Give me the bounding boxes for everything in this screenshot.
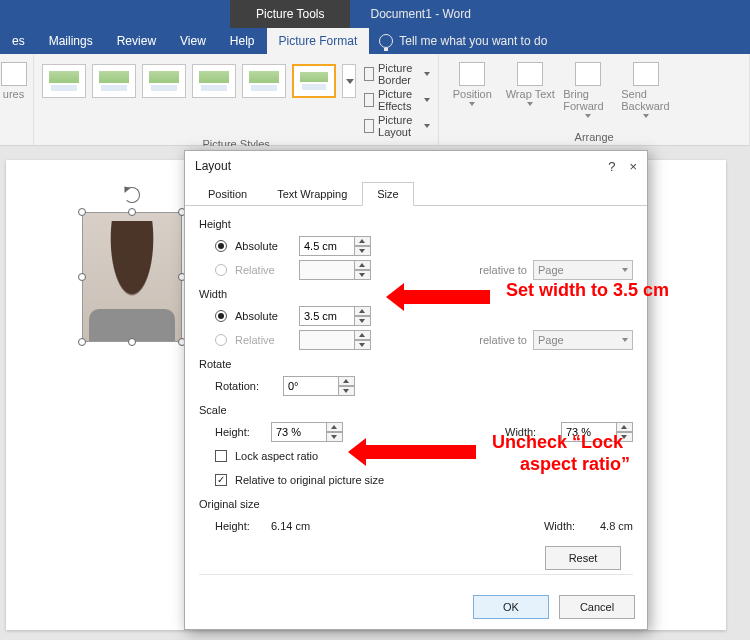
width-relative-spinner <box>299 330 371 350</box>
spin-down-icon[interactable] <box>339 386 355 396</box>
style-thumb-selected[interactable] <box>292 64 336 98</box>
scale-group-label: Scale <box>199 404 633 416</box>
group-label: Arrange <box>447 131 741 145</box>
tell-me-label: Tell me what you want to do <box>399 34 547 48</box>
tab-position[interactable]: Position <box>193 182 262 206</box>
gallery-more-button[interactable] <box>342 64 356 98</box>
height-relative-radio[interactable] <box>215 264 227 276</box>
width-relative-radio[interactable] <box>215 334 227 346</box>
ribbon-group-cut: ures <box>0 54 34 145</box>
picture-effects-menu[interactable]: Picture Effects <box>364 88 430 112</box>
dialog-title: Layout <box>195 159 231 173</box>
resize-handle[interactable] <box>78 208 86 216</box>
height-absolute-radio[interactable] <box>215 240 227 252</box>
spin-down-icon[interactable] <box>355 316 371 326</box>
send-backward-button[interactable]: Send Backward <box>621 62 671 118</box>
placeholder-icon <box>1 62 27 86</box>
spin-up-icon[interactable] <box>327 422 343 432</box>
width-absolute-radio[interactable] <box>215 310 227 322</box>
resize-handle[interactable] <box>128 338 136 346</box>
scale-height-spinner[interactable] <box>271 422 343 442</box>
contextual-title-bar: Picture Tools Document1 - Word <box>0 0 750 28</box>
ok-button[interactable]: OK <box>473 595 549 619</box>
rotate-handle-icon[interactable] <box>124 187 140 203</box>
spin-up-icon <box>355 330 371 340</box>
height-relative-to-combo[interactable]: Page <box>533 260 633 280</box>
width-absolute-spinner[interactable] <box>299 306 371 326</box>
lock-aspect-ratio-label: Lock aspect ratio <box>235 450 318 462</box>
reset-button[interactable]: Reset <box>545 546 621 570</box>
dialog-footer: OK Cancel <box>185 587 647 629</box>
scale-height-label: Height: <box>215 426 265 438</box>
tab-cut[interactable]: es <box>0 28 37 54</box>
scale-width-input[interactable] <box>561 422 617 442</box>
resize-handle[interactable] <box>78 273 86 281</box>
tab-size[interactable]: Size <box>362 182 413 206</box>
style-thumb[interactable] <box>42 64 86 98</box>
style-thumb[interactable] <box>192 64 236 98</box>
height-absolute-input[interactable] <box>299 236 355 256</box>
resize-handle[interactable] <box>128 208 136 216</box>
cancel-button[interactable]: Cancel <box>559 595 635 619</box>
tab-view[interactable]: View <box>168 28 218 54</box>
tab-help[interactable]: Help <box>218 28 267 54</box>
relative-original-checkbox[interactable] <box>215 474 227 486</box>
rotation-input[interactable] <box>283 376 339 396</box>
spin-up-icon[interactable] <box>617 422 633 432</box>
height-relative-spinner <box>299 260 371 280</box>
bring-forward-button[interactable]: Bring Forward <box>563 62 613 118</box>
ribbon: ures Picture Border Picture Effects Pict… <box>0 54 750 146</box>
spin-up-icon[interactable] <box>339 376 355 386</box>
relative-to-label: relative to <box>479 264 527 276</box>
ribbon-group-arrange: Position Wrap Text Bring Forward Send Ba… <box>439 54 750 145</box>
tell-me-search[interactable]: Tell me what you want to do <box>369 28 557 54</box>
picture-border-menu[interactable]: Picture Border <box>364 62 430 86</box>
spin-up-icon[interactable] <box>355 306 371 316</box>
picture-layout-menu[interactable]: Picture Layout <box>364 114 430 138</box>
layout-dialog: Layout ? × Position Text Wrapping Size H… <box>184 150 648 630</box>
position-icon <box>459 62 485 86</box>
close-button[interactable]: × <box>629 159 637 174</box>
orig-height-value: 6.14 cm <box>271 520 310 532</box>
width-absolute-input[interactable] <box>299 306 355 326</box>
help-button[interactable]: ? <box>608 159 615 174</box>
orig-width-value: 4.8 cm <box>600 520 633 532</box>
bring-forward-icon <box>575 62 601 86</box>
picture-styles-gallery[interactable] <box>42 58 356 98</box>
tab-picture-format[interactable]: Picture Format <box>267 28 370 54</box>
height-relative-input <box>299 260 355 280</box>
style-thumb[interactable] <box>92 64 136 98</box>
tab-review[interactable]: Review <box>105 28 168 54</box>
rotation-spinner[interactable] <box>283 376 355 396</box>
wrap-icon <box>517 62 543 86</box>
tab-mailings[interactable]: Mailings <box>37 28 105 54</box>
spin-up-icon[interactable] <box>355 236 371 246</box>
btn-label: Send Backward <box>621 88 671 112</box>
selected-picture[interactable] <box>82 212 182 342</box>
wrap-text-button[interactable]: Wrap Text <box>505 62 555 118</box>
height-absolute-spinner[interactable] <box>299 236 371 256</box>
spin-down-icon[interactable] <box>355 246 371 256</box>
chevron-down-icon <box>424 72 430 76</box>
radio-label: Absolute <box>235 240 291 252</box>
tab-text-wrapping[interactable]: Text Wrapping <box>262 182 362 206</box>
menu-label: Picture Effects <box>378 88 418 112</box>
orig-width-label: Width: <box>544 520 594 532</box>
annotation-arrow <box>400 290 490 304</box>
style-thumb[interactable] <box>142 64 186 98</box>
spin-down-icon[interactable] <box>617 432 633 442</box>
scale-width-spinner[interactable] <box>561 422 633 442</box>
ures-button[interactable]: ures <box>8 58 25 100</box>
effects-icon <box>364 93 374 107</box>
position-button[interactable]: Position <box>447 62 497 118</box>
relative-original-label: Relative to original picture size <box>235 474 384 486</box>
spin-down-icon[interactable] <box>327 432 343 442</box>
resize-handle[interactable] <box>78 338 86 346</box>
dialog-titlebar[interactable]: Layout ? × <box>185 151 647 181</box>
width-relative-to-combo[interactable]: Page <box>533 330 633 350</box>
lock-aspect-ratio-checkbox[interactable] <box>215 450 227 462</box>
chevron-down-icon <box>469 102 475 106</box>
orig-height-label: Height: <box>215 520 265 532</box>
scale-height-input[interactable] <box>271 422 327 442</box>
style-thumb[interactable] <box>242 64 286 98</box>
